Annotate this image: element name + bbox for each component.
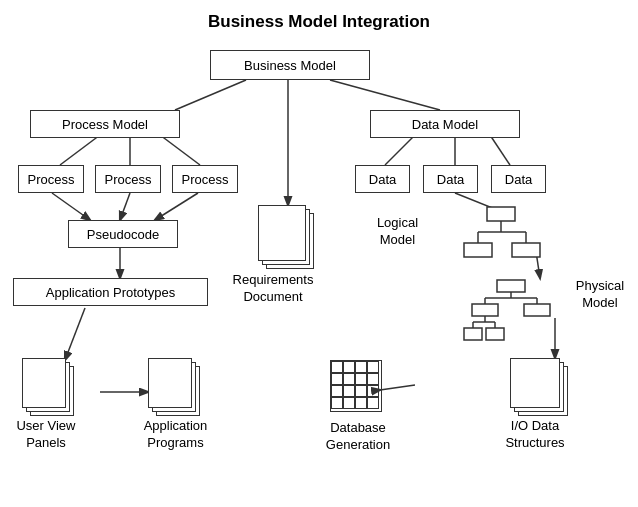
diagram-container: Business Model Integration	[0, 0, 638, 507]
svg-line-5	[52, 193, 90, 220]
svg-line-13	[490, 135, 510, 165]
svg-rect-30	[486, 328, 504, 340]
svg-rect-26	[497, 280, 525, 292]
svg-rect-27	[472, 304, 498, 316]
svg-rect-19	[487, 207, 515, 221]
physical-model-tree	[462, 278, 562, 348]
io-data-structures-label: I/O Data Structures	[500, 418, 570, 452]
process1-box: Process	[18, 165, 84, 193]
svg-line-1	[330, 80, 440, 110]
data1-box: Data	[355, 165, 410, 193]
app-prototypes-box: Application Prototypes	[13, 278, 208, 306]
svg-line-6	[120, 193, 130, 220]
logical-model-tree	[462, 205, 542, 265]
svg-line-9	[65, 308, 85, 360]
svg-line-2	[60, 135, 100, 165]
app-programs-label: Application Programs	[138, 418, 213, 452]
database-generation-label: Database Generation	[318, 420, 398, 454]
physical-model-label: Physical Model	[565, 278, 635, 312]
svg-line-7	[155, 193, 198, 220]
business-model-box: Business Model	[210, 50, 370, 80]
database-generation-icon	[330, 360, 382, 412]
requirements-doc-label: Requirements Document	[228, 272, 318, 306]
data2-box: Data	[423, 165, 478, 193]
svg-line-11	[385, 135, 415, 165]
logical-model-label: Logical Model	[360, 215, 435, 249]
svg-rect-21	[512, 243, 540, 257]
page-title: Business Model Integration	[0, 0, 638, 40]
svg-line-4	[160, 135, 200, 165]
process-model-box: Process Model	[30, 110, 180, 138]
svg-line-17	[380, 385, 415, 390]
process2-box: Process	[95, 165, 161, 193]
svg-rect-29	[464, 328, 482, 340]
svg-rect-28	[524, 304, 550, 316]
process3-box: Process	[172, 165, 238, 193]
data3-box: Data	[491, 165, 546, 193]
user-view-panels-label: User View Panels	[12, 418, 80, 452]
svg-rect-20	[464, 243, 492, 257]
pseudocode-box: Pseudocode	[68, 220, 178, 248]
svg-line-0	[175, 80, 246, 110]
data-model-box: Data Model	[370, 110, 520, 138]
